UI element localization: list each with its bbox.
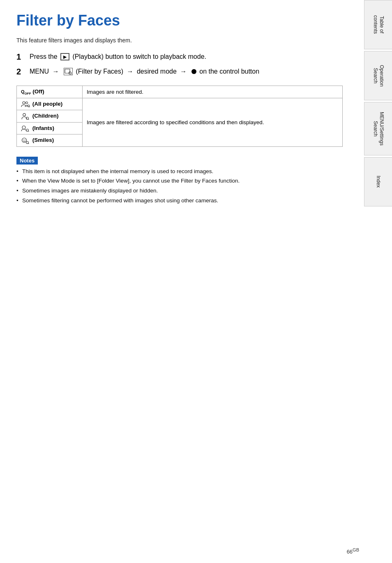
- svg-line-2: [71, 74, 71, 74]
- svg-point-13: [22, 138, 27, 142]
- page-number: 66GB: [347, 547, 359, 555]
- playback-button-icon: ▶: [60, 53, 69, 60]
- tab-menu-settings-search[interactable]: MENU/SettingsSearch: [364, 102, 392, 155]
- svg-point-7: [23, 113, 25, 116]
- step-1-number: 1: [16, 51, 24, 63]
- sidebar-tabs: Table ofcontents OperationSearch MENU/Se…: [364, 0, 392, 563]
- allpeople-label: (All people): [32, 101, 63, 107]
- steps-container: 1 Press the ▶ (Playback) button to switc…: [16, 52, 343, 77]
- page-title: Filter by Faces: [16, 12, 343, 29]
- table-row: (All people) Images are filtered accordi…: [17, 98, 343, 110]
- children-icon: [21, 113, 32, 119]
- off-icon: QOFF: [21, 89, 31, 94]
- tab-operation-search[interactable]: OperationSearch: [364, 51, 392, 100]
- smiles-label: (Smiles): [32, 137, 54, 143]
- notes-label: Notes: [16, 157, 38, 164]
- desc-cell-allpeople: Images are filtered according to specifi…: [83, 98, 343, 146]
- notes-section: Notes This item is not displayed when th…: [16, 157, 343, 205]
- mode-cell-allpeople: (All people): [17, 98, 83, 110]
- notes-list: This item is not displayed when the inte…: [16, 168, 343, 205]
- svg-line-12: [28, 131, 29, 132]
- svg-point-15: [25, 139, 25, 139]
- off-label: (Off): [32, 88, 44, 95]
- infants-icon: [21, 125, 32, 131]
- intro-text: This feature filters images and displays…: [16, 37, 343, 44]
- note-item-2: When the View Mode is set to [Folder Vie…: [16, 177, 343, 185]
- allpeople-icon: [21, 101, 32, 107]
- step-2-text: MENU → (Filter by Faces) → desired mode …: [30, 67, 259, 76]
- svg-point-4: [26, 102, 28, 104]
- children-label: (Children): [32, 113, 59, 119]
- smiles-icon: [21, 137, 32, 143]
- modes-table: QOFF (Off) Images are not filtered.: [16, 86, 343, 147]
- tab-index[interactable]: Index: [364, 157, 392, 206]
- infants-label: (Infants): [32, 125, 54, 131]
- mode-cell-off: QOFF (Off): [17, 86, 83, 98]
- note-item-4: Sometimes filtering cannot be performed …: [16, 197, 343, 205]
- svg-line-17: [28, 143, 29, 144]
- table-row: QOFF (Off) Images are not filtered.: [17, 86, 343, 98]
- mode-cell-smiles: (Smiles): [17, 134, 83, 146]
- step-2-number: 2: [16, 66, 24, 77]
- note-item-1: This item is not displayed when the inte…: [16, 168, 343, 176]
- desc-cell-off: Images are not filtered.: [83, 86, 343, 98]
- tab-table-of-contents[interactable]: Table ofcontents: [364, 0, 392, 49]
- svg-point-3: [23, 102, 25, 104]
- mode-cell-infants: (Infants): [17, 122, 83, 134]
- svg-line-6: [29, 107, 30, 107]
- filter-by-faces-icon: [64, 68, 73, 75]
- svg-point-11: [26, 129, 29, 132]
- step-1: 1 Press the ▶ (Playback) button to switc…: [16, 52, 343, 63]
- control-button-dot: [191, 69, 196, 74]
- step-2: 2 MENU → (Filter by Faces) → desired mod…: [16, 67, 343, 77]
- mode-cell-children: (Children): [17, 110, 83, 122]
- svg-point-10: [22, 126, 25, 129]
- step-1-text: Press the ▶ (Playback) button to switch …: [30, 52, 206, 62]
- note-item-3: Sometimes images are mistakenly displaye…: [16, 187, 343, 195]
- svg-point-16: [26, 141, 29, 144]
- svg-point-14: [23, 139, 24, 139]
- svg-line-9: [28, 119, 29, 120]
